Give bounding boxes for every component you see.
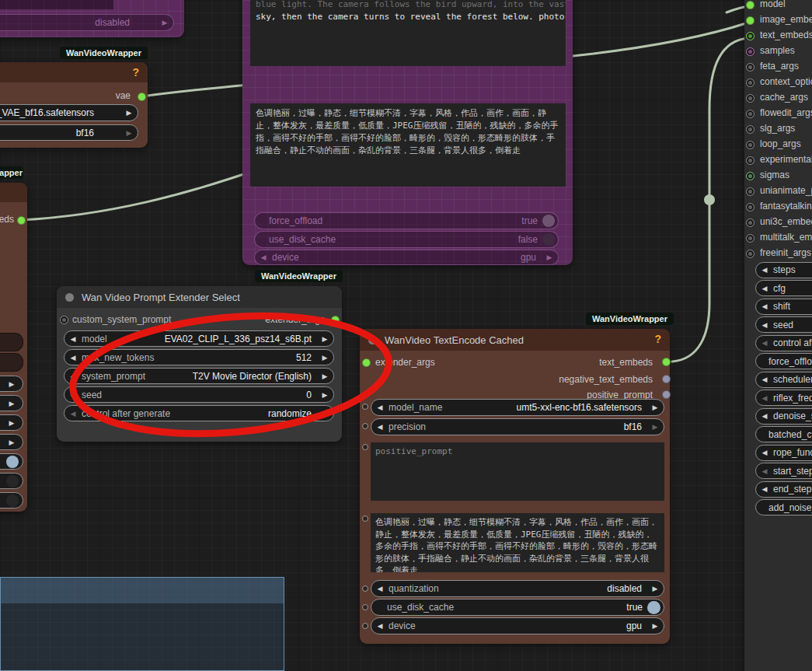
increment-arrow-icon[interactable]: ▶ bbox=[316, 354, 333, 362]
positive-prompt-textarea[interactable]: positive_prompt bbox=[371, 442, 664, 501]
convert-input-dot[interactable] bbox=[362, 585, 368, 592]
widget-system-prompt[interactable]: ◀ system_prompt T2V Movie Director (Engl… bbox=[64, 368, 334, 384]
device-widget[interactable]: ◀ device gpu ▶ bbox=[254, 250, 559, 265]
decrement-arrow-icon[interactable]: ◀ bbox=[756, 449, 773, 456]
output-socket-text-embeds[interactable] bbox=[662, 358, 671, 366]
input-socket-experimental_args[interactable] bbox=[746, 156, 754, 165]
input-socket-multitalk_embeds[interactable] bbox=[746, 234, 754, 243]
increment-arrow-icon[interactable]: ▶ bbox=[646, 622, 664, 630]
vae-precision-widget[interactable]: bf16 ▶ bbox=[0, 124, 138, 141]
decrement-arrow-icon[interactable]: ◀ bbox=[64, 335, 82, 343]
sampler-widget-end_step[interactable]: ◀end_step bbox=[755, 481, 812, 498]
input-socket-unianimate_poses[interactable] bbox=[746, 187, 754, 196]
vae-loader-node[interactable]: ? vae 2_1_VAE_bf16.safetensors ▶ bf16 ▶ bbox=[0, 62, 148, 148]
input-socket-samples[interactable] bbox=[746, 47, 754, 56]
decrement-arrow-icon[interactable]: ◀ bbox=[64, 354, 82, 362]
sampler-widget-control-after-generate[interactable]: ◀control after generate bbox=[755, 335, 812, 351]
increment-arrow-icon[interactable]: ▶ bbox=[316, 410, 333, 418]
left-node-widget-stub[interactable]: ▶ bbox=[0, 376, 23, 392]
node-titlebar[interactable] bbox=[0, 62, 148, 82]
toggle-off-icon[interactable] bbox=[542, 233, 555, 246]
decrement-arrow-icon[interactable]: ◀ bbox=[64, 391, 82, 399]
input-socket-custom-system-prompt[interactable] bbox=[60, 316, 68, 324]
decrement-arrow-icon[interactable]: ◀ bbox=[64, 410, 82, 418]
sampler-widget-denoise_strength[interactable]: ◀denoise_strength bbox=[755, 408, 812, 425]
increment-arrow-icon[interactable]: ▶ bbox=[120, 129, 138, 137]
left-node-widget-stub[interactable] bbox=[0, 353, 23, 372]
input-socket-extender-args[interactable] bbox=[362, 358, 371, 367]
decrement-arrow-icon[interactable]: ◀ bbox=[64, 372, 82, 380]
input-socket-fantasytalking_embeds[interactable] bbox=[746, 203, 754, 211]
decrement-arrow-icon[interactable]: ◀ bbox=[371, 423, 389, 431]
left-node-widget-stub[interactable] bbox=[0, 333, 23, 351]
negative-prompt-textarea[interactable]: 色调艳丽，过曝，静态，细节模糊不清，字幕，风格，作品，画作，画面，静止，整体发灰… bbox=[250, 103, 566, 187]
output-socket-extender-args[interactable] bbox=[331, 316, 340, 324]
left-node-widget-stub[interactable] bbox=[0, 453, 23, 470]
widget-use-disk-cache[interactable]: use_disk_cache true bbox=[371, 599, 664, 616]
convert-input-dot[interactable] bbox=[362, 404, 368, 410]
disabled-widget[interactable]: disabled ▶ bbox=[0, 14, 174, 31]
decrement-arrow-icon[interactable]: ◀ bbox=[756, 394, 773, 402]
decrement-arrow-icon[interactable]: ◀ bbox=[756, 285, 773, 292]
increment-arrow-icon[interactable]: ▶ bbox=[1, 400, 23, 407]
reroute-dot[interactable] bbox=[704, 194, 715, 205]
left-node-widget-stub[interactable]: ▶ bbox=[0, 434, 23, 450]
left-node-widget-stub[interactable]: ▶ bbox=[0, 395, 23, 411]
widget-max-new-tokens[interactable]: ◀ max_new_tokens 512 ▶ bbox=[64, 349, 334, 365]
toggle-on-icon[interactable] bbox=[647, 601, 660, 614]
increment-arrow-icon[interactable]: ▶ bbox=[541, 253, 558, 261]
increment-arrow-icon[interactable]: ▶ bbox=[646, 404, 664, 411]
input-socket-flowedit_args[interactable] bbox=[746, 110, 754, 118]
increment-arrow-icon[interactable]: ▶ bbox=[1, 439, 23, 446]
left-node-widget-stub[interactable]: ▶ bbox=[0, 414, 23, 431]
increment-arrow-icon[interactable]: ▶ bbox=[1, 419, 23, 427]
sampler-widget-add_noise_to_samples[interactable]: add_noise_to_samples bbox=[755, 499, 812, 515]
sampler-widget-force_offload[interactable]: force_offload bbox=[755, 353, 812, 369]
decrement-arrow-icon[interactable]: ◀ bbox=[756, 485, 773, 493]
toggle-off-icon[interactable] bbox=[6, 495, 19, 507]
sampler-widget-shift[interactable]: ◀shift bbox=[755, 299, 812, 315]
sampler-widget-seed[interactable]: ◀seed bbox=[755, 316, 812, 333]
vae-model-widget[interactable]: 2_1_VAE_bf16.safetensors ▶ bbox=[0, 104, 138, 121]
decrement-arrow-icon[interactable]: ◀ bbox=[255, 253, 272, 261]
widget-model-name[interactable]: ◀ model_name umt5-xxl-enc-bf16.safetenso… bbox=[371, 399, 664, 416]
widget-device[interactable]: ◀ device gpu ▶ bbox=[371, 617, 664, 634]
increment-arrow-icon[interactable]: ▶ bbox=[316, 391, 333, 399]
left-node-widget-stub[interactable] bbox=[0, 473, 23, 489]
decrement-arrow-icon[interactable]: ◀ bbox=[371, 585, 389, 592]
input-socket-cache_args[interactable] bbox=[746, 94, 754, 103]
increment-arrow-icon[interactable]: ▶ bbox=[646, 423, 664, 431]
collapse-dot[interactable] bbox=[65, 293, 74, 302]
decrement-arrow-icon[interactable]: ◀ bbox=[756, 412, 773, 420]
input-socket-uni3c_embeds[interactable] bbox=[746, 218, 754, 227]
node-titlebar[interactable] bbox=[0, 183, 27, 202]
decrement-arrow-icon[interactable]: ◀ bbox=[756, 467, 773, 475]
input-socket-loop_args[interactable] bbox=[746, 141, 754, 149]
input-socket-slg_args[interactable] bbox=[746, 125, 754, 134]
sampler-widget-steps[interactable]: ◀steps bbox=[755, 262, 812, 278]
sampler-widget-batched_cfg[interactable]: batched_cfg bbox=[755, 426, 812, 442]
output-socket-negative-text-embeds[interactable] bbox=[662, 375, 671, 383]
increment-arrow-icon[interactable]: ▶ bbox=[646, 585, 664, 592]
decrement-arrow-icon[interactable]: ◀ bbox=[756, 266, 773, 274]
increment-arrow-icon[interactable]: ▶ bbox=[316, 372, 333, 380]
sampler-widget-rope_function[interactable]: ◀rope_function bbox=[755, 445, 812, 461]
widget-model[interactable]: ◀ model EVA02_CLIP_L_336_psz14_s6B.pt ▶ bbox=[64, 330, 334, 347]
toggle-off-icon[interactable] bbox=[6, 475, 19, 488]
widget-quantization[interactable]: ◀ quantization disabled ▶ bbox=[371, 580, 664, 597]
convert-input-dot[interactable] bbox=[362, 515, 368, 522]
textencode-cached-node[interactable]: WanVideo TextEncode Cached ? extender_ar… bbox=[360, 329, 670, 644]
sampler-node[interactable]: modelimage_embedstext_embedssamplesfeta_… bbox=[744, 0, 812, 671]
convert-input-dot[interactable] bbox=[362, 623, 368, 629]
decrement-arrow-icon[interactable]: ◀ bbox=[756, 376, 773, 383]
output-socket-eds[interactable] bbox=[17, 216, 26, 225]
help-badge[interactable]: ? bbox=[132, 66, 139, 79]
convert-input-dot[interactable] bbox=[362, 604, 368, 610]
output-socket-vae[interactable] bbox=[138, 93, 146, 101]
decrement-arrow-icon[interactable]: ◀ bbox=[756, 339, 773, 347]
sampler-widget-riflex_freq[interactable]: ◀riflex_freq bbox=[755, 390, 812, 406]
input-socket-sigmas[interactable] bbox=[746, 172, 754, 180]
input-socket-freeinit_args[interactable] bbox=[746, 250, 754, 258]
node-graph-canvas[interactable]: disabled ▶ WanVideoWrapper ? vae 2_1_VAE… bbox=[0, 0, 812, 671]
toggle-on-icon[interactable] bbox=[6, 456, 19, 468]
